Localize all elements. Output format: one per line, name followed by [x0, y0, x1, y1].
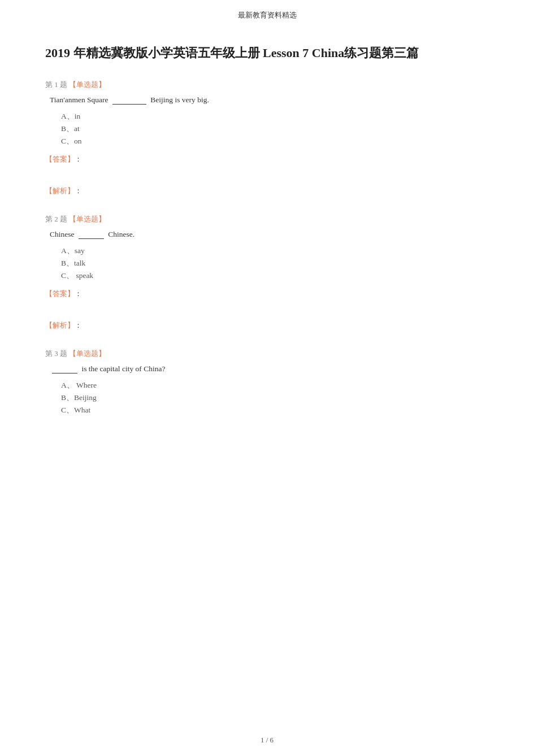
answer-label-1: 【答案】：	[45, 155, 82, 163]
question-number-3: 第 3 题	[45, 349, 67, 358]
answer-section-2: 【答案】：	[45, 289, 489, 299]
question-sentence-3: is the capital city of China?	[50, 364, 165, 373]
option-1c: C、on	[61, 136, 489, 146]
question-number-1: 第 1 题	[45, 80, 67, 89]
question-text-2: Chinese Chinese.	[50, 230, 489, 239]
question-text-1: Tian'anmen Square Beijing is very big.	[50, 95, 489, 105]
top-header: 最新教育资料精选	[0, 0, 534, 26]
option-2b: B、talk	[61, 258, 489, 268]
main-content: 2019 年精选冀教版小学英语五年级上册 Lesson 7 China练习题第三…	[0, 26, 534, 456]
page-container: 最新教育资料精选 2019 年精选冀教版小学英语五年级上册 Lesson 7 C…	[0, 0, 534, 756]
header-title: 最新教育资料精选	[238, 11, 297, 19]
question-sentence-2: Chinese Chinese.	[50, 230, 134, 238]
page-footer: 1 / 6	[0, 736, 534, 745]
option-2c: C、 speak	[61, 271, 489, 281]
answer-label-2: 【答案】：	[45, 289, 82, 298]
question-number-2: 第 2 题	[45, 215, 67, 223]
question-type-1: 【单选题】	[69, 80, 106, 89]
options-list-2: A、say B、talk C、 speak	[61, 246, 489, 281]
option-1a: A、in	[61, 111, 489, 121]
doc-title: 2019 年精选冀教版小学英语五年级上册 Lesson 7 China练习题第三…	[45, 43, 489, 63]
question-text-3: is the capital city of China?	[50, 364, 489, 373]
analysis-section-1: 【解析】：	[45, 186, 489, 196]
option-3b: B、Beijing	[61, 393, 489, 403]
options-list-3: A、 Where B、Beijing C、What	[61, 380, 489, 415]
analysis-section-2: 【解析】：	[45, 320, 489, 331]
option-3c: C、What	[61, 405, 489, 415]
answer-section-1: 【答案】：	[45, 154, 489, 164]
question-sentence-1: Tian'anmen Square Beijing is very big.	[50, 95, 209, 104]
option-2a: A、say	[61, 246, 489, 256]
question-block-3: 第 3 题 【单选题】 is the capital city of China…	[45, 349, 489, 415]
page-number: 1 / 6	[261, 736, 273, 744]
question-block-1: 第 1 题 【单选题】 Tian'anmen Square Beijing is…	[45, 80, 489, 196]
option-1b: B、at	[61, 124, 489, 134]
question-label-2: 第 2 题 【单选题】	[45, 214, 489, 224]
question-type-2: 【单选题】	[69, 215, 106, 223]
question-block-2: 第 2 题 【单选题】 Chinese Chinese. A、say B、tal…	[45, 214, 489, 331]
analysis-label-1: 【解析】：	[45, 186, 82, 195]
question-label-1: 第 1 题 【单选题】	[45, 80, 489, 90]
question-type-3: 【单选题】	[69, 349, 106, 358]
option-3a: A、 Where	[61, 380, 489, 390]
options-list-1: A、in B、at C、on	[61, 111, 489, 146]
analysis-label-2: 【解析】：	[45, 321, 82, 329]
question-label-3: 第 3 题 【单选题】	[45, 349, 489, 359]
